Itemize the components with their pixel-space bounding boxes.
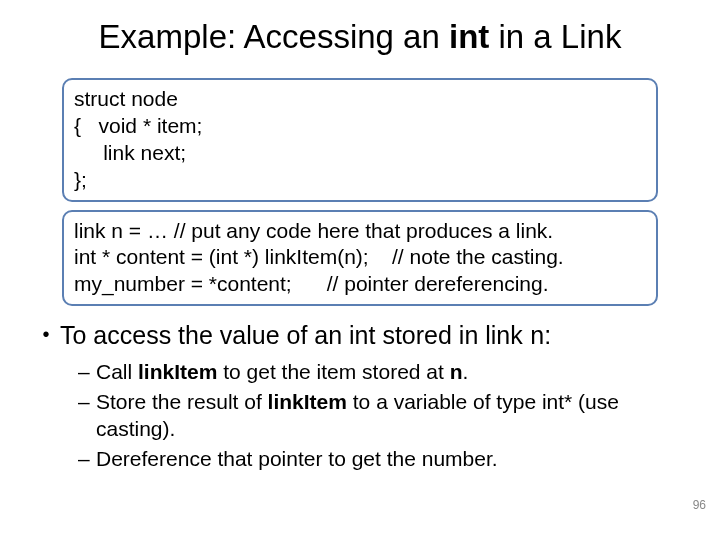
sub-bold: linkItem (268, 390, 347, 413)
title-post: in a Link (489, 18, 621, 55)
code-line: int * content = (int *) linkItem(n); // … (74, 244, 646, 271)
sub-bullet-list: – Call linkItem to get the item stored a… (78, 359, 688, 473)
sub-text: . (463, 360, 469, 383)
slide-title: Example: Accessing an int in a Link (0, 0, 720, 70)
code-line: link next; (74, 140, 646, 167)
code-box-usage: link n = … // put any code here that pro… (62, 210, 658, 307)
sub-text: Dereference that pointer to get the numb… (96, 447, 498, 470)
sub-bullet-text: Store the result of linkItem to a variab… (96, 389, 688, 443)
title-bold: int (449, 18, 489, 55)
main-bullet: • To access the value of an int stored i… (32, 320, 688, 353)
sub-bold: n (450, 360, 463, 383)
sub-bullet-text: Dereference that pointer to get the numb… (96, 446, 498, 473)
sub-text: to get the item stored at (217, 360, 449, 383)
main-bullet-post: : (544, 321, 551, 349)
code-line: struct node (74, 86, 646, 113)
sub-bullet-item: – Store the result of linkItem to a vari… (78, 389, 688, 443)
dash-icon: – (78, 446, 96, 473)
code-box-struct: struct node { void * item; link next; }; (62, 78, 658, 202)
sub-bullet-text: Call linkItem to get the item stored at … (96, 359, 468, 386)
main-bullet-pre: To access the value of an int stored in … (60, 321, 530, 349)
sub-text: Store the result of (96, 390, 268, 413)
bullet-list: • To access the value of an int stored i… (32, 320, 688, 473)
sub-text: Call (96, 360, 138, 383)
title-pre: Example: Accessing an (99, 18, 449, 55)
page-number: 96 (693, 498, 706, 512)
code-line: link n = … // put any code here that pro… (74, 218, 646, 245)
main-bullet-text: To access the value of an int stored in … (60, 320, 551, 353)
code-line: }; (74, 167, 646, 194)
dash-icon: – (78, 359, 96, 386)
sub-bullet-item: – Dereference that pointer to get the nu… (78, 446, 688, 473)
sub-bullet-item: – Call linkItem to get the item stored a… (78, 359, 688, 386)
bullet-dot-icon: • (32, 320, 60, 348)
code-line: my_number = *content; // pointer derefer… (74, 271, 646, 298)
sub-bold: linkItem (138, 360, 217, 383)
main-bullet-mono: n (530, 323, 545, 352)
code-line: { void * item; (74, 113, 646, 140)
dash-icon: – (78, 389, 96, 416)
